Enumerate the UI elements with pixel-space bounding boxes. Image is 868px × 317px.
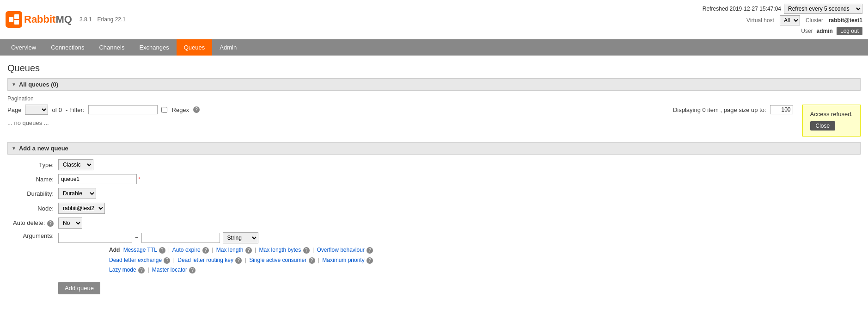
args-key-input[interactable] bbox=[58, 233, 132, 243]
type-row: Type: Classic Quorum bbox=[7, 159, 861, 170]
type-label: Type: bbox=[7, 162, 58, 168]
message-ttl-help-icon[interactable]: ? bbox=[159, 247, 165, 254]
alert-box: Access refused. Close bbox=[802, 105, 861, 137]
no-queues-text: ... no queues ... bbox=[7, 119, 793, 126]
maximum-priority-help-icon[interactable]: ? bbox=[367, 257, 373, 264]
args-type-select[interactable]: String Number Boolean List bbox=[223, 232, 258, 243]
add-queue-section-title: Add a new queue bbox=[19, 145, 68, 152]
name-row: Name: * bbox=[7, 174, 861, 184]
lazy-mode-help-icon[interactable]: ? bbox=[138, 267, 145, 273]
virtual-host-select[interactable]: All / bbox=[780, 15, 800, 25]
filter-input[interactable] bbox=[88, 105, 158, 114]
add-label: Add bbox=[109, 247, 120, 253]
overflow-help-icon[interactable]: ? bbox=[367, 247, 373, 254]
nav-item-connections[interactable]: Connections bbox=[43, 39, 92, 56]
auto-delete-select[interactable]: No Yes bbox=[58, 218, 82, 229]
header: RabbitMQ 3.8.1 Erlang 22.1 Refreshed 201… bbox=[0, 0, 868, 39]
add-queue-button[interactable]: Add queue bbox=[58, 282, 100, 294]
max-length-bytes-help-icon[interactable]: ? bbox=[303, 247, 310, 254]
all-queues-title: All queues (0) bbox=[19, 81, 58, 88]
shortcut-maximum-priority[interactable]: Maximum priority bbox=[322, 257, 364, 263]
durability-select[interactable]: Durable Transient bbox=[58, 188, 96, 199]
pagination-row: Page of 0 - Filter: Regex ? Displaying 0… bbox=[7, 105, 793, 115]
auto-delete-help-icon[interactable]: ? bbox=[47, 220, 54, 227]
nav-item-queues[interactable]: Queues bbox=[177, 39, 213, 56]
shortcut-auto-expire[interactable]: Auto expire bbox=[172, 247, 201, 253]
version-text: 3.8.1 bbox=[79, 16, 92, 23]
refresh-select[interactable]: Refresh every 5 seconds Refresh every 10… bbox=[784, 4, 862, 14]
main-content: Queues ▼ All queues (0) Pagination Page … bbox=[0, 56, 868, 311]
auto-expire-help-icon[interactable]: ? bbox=[202, 247, 209, 254]
host-cluster-row: Virtual host All / Cluster rabbit@test1 bbox=[746, 15, 862, 25]
node-row: Node: rabbit@test2 bbox=[7, 203, 861, 214]
logo-mq: MQ bbox=[55, 13, 72, 25]
nav-item-channels[interactable]: Channels bbox=[92, 39, 132, 56]
collapse-arrow-icon: ▼ bbox=[12, 82, 16, 87]
svg-rect-1 bbox=[14, 14, 19, 19]
logo-rabbit: Rabbit bbox=[24, 13, 55, 25]
nav-item-exchanges[interactable]: Exchanges bbox=[132, 39, 176, 56]
add-shortcuts: Add Message TTL ? | Auto expire ? | Max … bbox=[109, 245, 373, 275]
add-queue-section-header[interactable]: ▼ Add a new queue bbox=[7, 142, 861, 155]
header-right: Refreshed 2019-12-27 15:47:04 Refresh ev… bbox=[703, 4, 862, 35]
shortcut-lazy-mode[interactable]: Lazy mode bbox=[109, 267, 136, 273]
all-queues-section-header[interactable]: ▼ All queues (0) bbox=[7, 78, 861, 91]
name-label: Name: bbox=[7, 176, 58, 183]
nav-item-overview[interactable]: Overview bbox=[4, 39, 43, 56]
regex-checkbox[interactable] bbox=[161, 107, 167, 113]
max-length-help-icon[interactable]: ? bbox=[245, 247, 252, 254]
node-select[interactable]: rabbit@test2 bbox=[58, 203, 105, 214]
shortcut-single-active-consumer[interactable]: Single active consumer bbox=[249, 257, 306, 263]
display-info: Displaying 0 item , page size up to: bbox=[673, 106, 766, 113]
required-star: * bbox=[138, 176, 140, 182]
alert-close-button[interactable]: Close bbox=[810, 121, 836, 131]
erlang-text: Erlang 22.1 bbox=[98, 16, 126, 23]
shortcut-message-ttl[interactable]: Message TTL bbox=[123, 247, 157, 253]
user-value: admin bbox=[817, 28, 833, 34]
of-label: of 0 bbox=[52, 106, 62, 113]
type-select[interactable]: Classic Quorum bbox=[58, 159, 93, 170]
shortcut-dead-letter-exchange[interactable]: Dead letter exchange bbox=[109, 257, 162, 263]
alert-message: Access refused. bbox=[810, 111, 853, 118]
args-value-input[interactable] bbox=[141, 233, 220, 243]
nav-item-admin[interactable]: Admin bbox=[212, 39, 244, 56]
regex-label: Regex bbox=[172, 106, 189, 113]
regex-help-icon[interactable]: ? bbox=[193, 106, 200, 113]
shortcut-max-length[interactable]: Max length bbox=[216, 247, 244, 253]
cluster-label: Cluster bbox=[806, 17, 823, 24]
svg-rect-0 bbox=[9, 17, 13, 22]
refreshed-text: Refreshed 2019-12-27 15:47:04 bbox=[703, 6, 781, 12]
user-row: User admin Log out bbox=[801, 27, 862, 35]
durability-row: Durability: Durable Transient bbox=[7, 188, 861, 199]
args-input-row: = String Number Boolean List bbox=[58, 232, 373, 243]
virtual-host-label: Virtual host bbox=[746, 17, 774, 24]
filter-label: - Filter: bbox=[66, 106, 84, 113]
logo-icon bbox=[6, 11, 22, 28]
shortcut-overflow-behaviour[interactable]: Overflow behaviour bbox=[317, 247, 364, 253]
auto-delete-label: Auto delete: ? bbox=[7, 219, 58, 227]
page-title: Queues bbox=[7, 63, 861, 74]
add-queue-collapse-icon: ▼ bbox=[12, 146, 16, 151]
name-input[interactable] bbox=[58, 174, 137, 184]
single-active-consumer-help-icon[interactable]: ? bbox=[309, 257, 315, 264]
pagination-and-alert: Page of 0 - Filter: Regex ? Displaying 0… bbox=[7, 105, 861, 142]
shortcut-master-locator[interactable]: Master locator bbox=[152, 267, 187, 273]
version-info: 3.8.1 Erlang 22.1 bbox=[79, 16, 126, 23]
logo-area: RabbitMQ 3.8.1 Erlang 22.1 bbox=[6, 11, 126, 28]
cluster-value: rabbit@test1 bbox=[829, 17, 862, 24]
master-locator-help-icon[interactable]: ? bbox=[189, 267, 196, 273]
shortcut-max-length-bytes[interactable]: Max length bytes bbox=[259, 247, 301, 253]
args-equals: = bbox=[135, 235, 139, 242]
shortcut-dead-letter-routing-key[interactable]: Dead letter routing key bbox=[177, 257, 233, 263]
logo: RabbitMQ bbox=[6, 11, 72, 28]
logout-button[interactable]: Log out bbox=[837, 27, 862, 35]
dead-letter-routing-key-help-icon[interactable]: ? bbox=[235, 257, 242, 264]
page-size-input[interactable]: 100 bbox=[770, 105, 793, 114]
user-label: User bbox=[801, 28, 813, 34]
page-select[interactable] bbox=[25, 105, 48, 115]
arguments-label: Arguments: bbox=[7, 232, 58, 239]
dead-letter-exchange-help-icon[interactable]: ? bbox=[164, 257, 170, 264]
nav: Overview Connections Channels Exchanges … bbox=[0, 39, 868, 56]
durability-label: Durability: bbox=[7, 190, 58, 197]
auto-delete-row: Auto delete: ? No Yes bbox=[7, 218, 861, 229]
